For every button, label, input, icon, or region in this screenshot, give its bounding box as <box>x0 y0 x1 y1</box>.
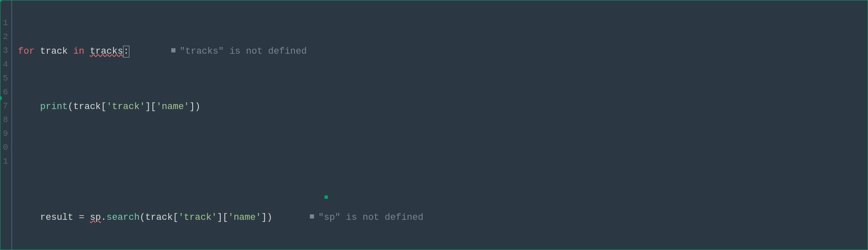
identifier: track <box>145 211 173 224</box>
code-line[interactable]: print(track['track']['name']) <box>18 100 863 114</box>
diagnostic-inline[interactable]: "sp" is not defined <box>310 211 423 224</box>
line-number <box>2 3 8 17</box>
string-literal: 'name' <box>156 100 189 114</box>
line-number: 0 <box>2 141 8 155</box>
code-line[interactable]: for track in tracks:"tracks" is not defi… <box>18 44 863 58</box>
selection-handle-icon[interactable] <box>0 96 2 100</box>
line-number: 5 <box>2 72 8 86</box>
line-number: 3 <box>2 44 8 58</box>
line-number: 1 <box>2 155 8 169</box>
line-number: 8 <box>2 114 8 128</box>
code-editor[interactable]: 1 2 3 4 5 6 7 8 9 0 1 for track in track… <box>0 0 868 250</box>
identifier-undefined: tracks <box>90 44 123 58</box>
line-number: 2 <box>2 31 8 44</box>
diagnostic-text: "sp" is not defined <box>318 212 423 223</box>
function-call: search <box>106 211 139 224</box>
function-call: print <box>40 100 68 114</box>
line-number: 6 <box>2 86 8 100</box>
identifier: result <box>40 211 73 224</box>
diagnostic-inline[interactable]: "tracks" is not defined <box>171 44 307 58</box>
code-line[interactable]: result = sp.search(track['track']['name'… <box>18 211 863 224</box>
code-line-empty[interactable] <box>18 155 863 169</box>
identifier-undefined: sp <box>90 211 101 224</box>
keyword-in: in <box>73 44 84 58</box>
cursor: : <box>123 46 129 57</box>
line-number: 7 <box>2 100 8 114</box>
selection-handle-icon[interactable] <box>0 0 2 2</box>
string-literal: 'track' <box>106 100 145 114</box>
line-number-gutter: 1 2 3 4 5 6 7 8 9 0 1 <box>0 0 12 250</box>
line-number: 4 <box>2 58 8 72</box>
diagnostic-marker-icon <box>171 48 175 52</box>
diagnostic-text: "tracks" is not defined <box>180 46 307 57</box>
identifier: track <box>73 100 101 114</box>
line-number: 1 <box>2 17 8 31</box>
string-literal: 'name' <box>228 211 261 224</box>
selection-handle-icon[interactable] <box>325 195 328 199</box>
string-literal: 'track' <box>178 211 217 224</box>
code-area[interactable]: for track in tracks:"tracks" is not defi… <box>12 0 868 250</box>
identifier: track <box>40 44 68 58</box>
keyword-for: for <box>18 44 35 58</box>
diagnostic-marker-icon <box>310 214 314 219</box>
line-number: 9 <box>2 128 8 141</box>
